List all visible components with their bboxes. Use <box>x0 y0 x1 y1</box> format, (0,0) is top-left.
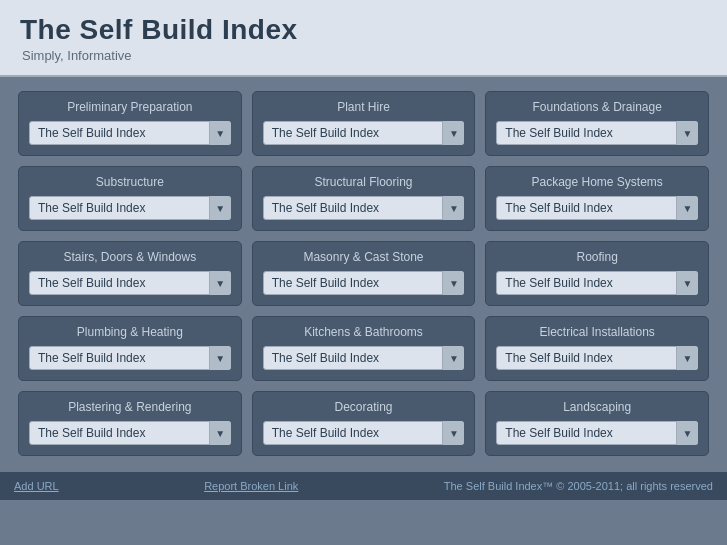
select-wrapper-electrical-installations: The Self Build Index▼ <box>496 346 698 370</box>
card-landscaping: LandscapingThe Self Build Index▼ <box>485 391 709 456</box>
card-title-plumbing-heating: Plumbing & Heating <box>29 325 231 339</box>
card-title-substructure: Substructure <box>29 175 231 189</box>
card-electrical-installations: Electrical InstallationsThe Self Build I… <box>485 316 709 381</box>
card-title-electrical-installations: Electrical Installations <box>496 325 698 339</box>
card-package-home-systems: Package Home SystemsThe Self Build Index… <box>485 166 709 231</box>
card-plant-hire: Plant HireThe Self Build Index▼ <box>252 91 476 156</box>
select-landscaping[interactable]: The Self Build Index <box>496 421 698 445</box>
select-plant-hire[interactable]: The Self Build Index <box>263 121 465 145</box>
main-content: Preliminary PreparationThe Self Build In… <box>0 77 727 464</box>
card-title-structural-flooring: Structural Flooring <box>263 175 465 189</box>
card-plumbing-heating: Plumbing & HeatingThe Self Build Index▼ <box>18 316 242 381</box>
select-plastering-rendering[interactable]: The Self Build Index <box>29 421 231 445</box>
select-wrapper-structural-flooring: The Self Build Index▼ <box>263 196 465 220</box>
card-roofing: RoofingThe Self Build Index▼ <box>485 241 709 306</box>
card-foundations-drainage: Foundations & DrainageThe Self Build Ind… <box>485 91 709 156</box>
select-wrapper-substructure: The Self Build Index▼ <box>29 196 231 220</box>
select-wrapper-plumbing-heating: The Self Build Index▼ <box>29 346 231 370</box>
select-substructure[interactable]: The Self Build Index <box>29 196 231 220</box>
select-package-home-systems[interactable]: The Self Build Index <box>496 196 698 220</box>
select-stairs-doors-windows[interactable]: The Self Build Index <box>29 271 231 295</box>
select-plumbing-heating[interactable]: The Self Build Index <box>29 346 231 370</box>
select-wrapper-masonry-cast-stone: The Self Build Index▼ <box>263 271 465 295</box>
card-title-decorating: Decorating <box>263 400 465 414</box>
select-roofing[interactable]: The Self Build Index <box>496 271 698 295</box>
site-footer: Add URL Report Broken Link The Self Buil… <box>0 472 727 500</box>
card-title-kitchens-bathrooms: Kitchens & Bathrooms <box>263 325 465 339</box>
select-decorating[interactable]: The Self Build Index <box>263 421 465 445</box>
card-plastering-rendering: Plastering & RenderingThe Self Build Ind… <box>18 391 242 456</box>
select-wrapper-roofing: The Self Build Index▼ <box>496 271 698 295</box>
select-kitchens-bathrooms[interactable]: The Self Build Index <box>263 346 465 370</box>
site-title: The Self Build Index <box>20 14 707 46</box>
site-tagline: Simply, Informative <box>22 48 707 63</box>
card-title-plant-hire: Plant Hire <box>263 100 465 114</box>
select-preliminary-preparation[interactable]: The Self Build Index <box>29 121 231 145</box>
select-wrapper-plastering-rendering: The Self Build Index▼ <box>29 421 231 445</box>
add-url-link[interactable]: Add URL <box>14 480 59 492</box>
card-title-roofing: Roofing <box>496 250 698 264</box>
card-title-plastering-rendering: Plastering & Rendering <box>29 400 231 414</box>
card-title-landscaping: Landscaping <box>496 400 698 414</box>
select-wrapper-landscaping: The Self Build Index▼ <box>496 421 698 445</box>
select-foundations-drainage[interactable]: The Self Build Index <box>496 121 698 145</box>
copyright-text: The Self Build Index™ © 2005-2011; all r… <box>444 480 713 492</box>
report-broken-link[interactable]: Report Broken Link <box>204 480 298 492</box>
card-kitchens-bathrooms: Kitchens & BathroomsThe Self Build Index… <box>252 316 476 381</box>
select-masonry-cast-stone[interactable]: The Self Build Index <box>263 271 465 295</box>
card-preliminary-preparation: Preliminary PreparationThe Self Build In… <box>18 91 242 156</box>
select-structural-flooring[interactable]: The Self Build Index <box>263 196 465 220</box>
card-title-stairs-doors-windows: Stairs, Doors & Windows <box>29 250 231 264</box>
card-decorating: DecoratingThe Self Build Index▼ <box>252 391 476 456</box>
card-stairs-doors-windows: Stairs, Doors & WindowsThe Self Build In… <box>18 241 242 306</box>
card-title-preliminary-preparation: Preliminary Preparation <box>29 100 231 114</box>
card-substructure: SubstructureThe Self Build Index▼ <box>18 166 242 231</box>
card-title-package-home-systems: Package Home Systems <box>496 175 698 189</box>
select-wrapper-foundations-drainage: The Self Build Index▼ <box>496 121 698 145</box>
select-wrapper-decorating: The Self Build Index▼ <box>263 421 465 445</box>
select-wrapper-plant-hire: The Self Build Index▼ <box>263 121 465 145</box>
card-masonry-cast-stone: Masonry & Cast StoneThe Self Build Index… <box>252 241 476 306</box>
site-header: The Self Build Index Simply, Informative <box>0 0 727 77</box>
select-wrapper-stairs-doors-windows: The Self Build Index▼ <box>29 271 231 295</box>
card-structural-flooring: Structural FlooringThe Self Build Index▼ <box>252 166 476 231</box>
card-title-masonry-cast-stone: Masonry & Cast Stone <box>263 250 465 264</box>
cards-grid: Preliminary PreparationThe Self Build In… <box>18 91 709 456</box>
select-wrapper-package-home-systems: The Self Build Index▼ <box>496 196 698 220</box>
select-electrical-installations[interactable]: The Self Build Index <box>496 346 698 370</box>
select-wrapper-kitchens-bathrooms: The Self Build Index▼ <box>263 346 465 370</box>
card-title-foundations-drainage: Foundations & Drainage <box>496 100 698 114</box>
select-wrapper-preliminary-preparation: The Self Build Index▼ <box>29 121 231 145</box>
